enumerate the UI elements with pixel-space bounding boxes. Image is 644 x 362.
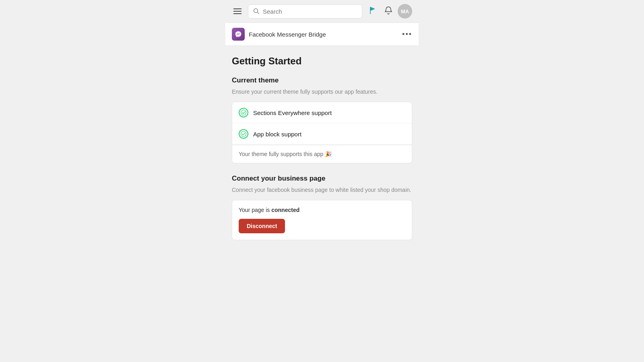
connect-business-section: Connect your business page Connect your … [232,175,412,240]
checkmark-svg-2 [241,131,246,137]
app-header-left: Facebook Messenger Bridge [232,28,326,41]
connected-text: Your page is connected [239,207,405,213]
theme-support-card: Sections Everywhere support App block su… [232,102,412,163]
bell-button[interactable] [382,4,394,19]
theme-support-footer: Your theme fully supports this app 🎉 [232,145,412,163]
topbar: MA [225,0,419,23]
checkmark-svg [241,110,246,115]
connect-business-title: Connect your business page [232,175,412,183]
disconnect-button[interactable]: Disconnect [239,219,285,233]
connected-status: connected [271,207,299,213]
hamburger-line-2 [233,11,242,12]
connected-prefix: Your page is [239,207,271,213]
svg-point-3 [241,110,246,115]
hamburger-button[interactable] [232,7,243,16]
messenger-icon [235,31,242,38]
page-title: Getting Started [232,56,412,67]
svg-point-4 [241,132,246,137]
app-icon [232,28,245,41]
connect-business-desc: Connect your facebook business page to w… [232,186,412,194]
more-options-button[interactable]: ••• [402,30,412,39]
avatar[interactable]: MA [398,4,412,19]
main-container: MA Facebook Messenger Bridge ••• Getting… [225,0,419,362]
page-wrapper: MA Facebook Messenger Bridge ••• Getting… [0,0,644,362]
hamburger-line-3 [233,13,242,14]
search-input[interactable] [263,8,357,15]
search-icon [253,8,260,14]
flag-button[interactable] [367,4,379,19]
app-block-label: App block support [253,131,301,138]
hamburger-line-1 [233,8,242,9]
content-area: Getting Started Current theme Ensure you… [225,46,419,261]
flag-icon [369,6,378,15]
current-theme-desc: Ensure your current theme fully supports… [232,88,412,96]
sections-everywhere-label: Sections Everywhere support [253,109,332,116]
app-header-row: Facebook Messenger Bridge ••• [225,23,419,46]
current-theme-title: Current theme [232,76,412,84]
app-name-label: Facebook Messenger Bridge [249,31,326,38]
sections-everywhere-check-icon [239,108,248,117]
sections-everywhere-item: Sections Everywhere support [232,102,412,123]
search-bar[interactable] [248,4,362,19]
current-theme-section: Current theme Ensure your current theme … [232,76,412,163]
app-block-support-item: App block support [232,123,412,145]
topbar-actions: MA [367,4,412,19]
bell-icon [384,6,393,15]
theme-support-footer-text: Your theme fully supports this app 🎉 [239,151,332,157]
app-block-check-icon [239,129,248,139]
connected-page-card: Your page is connected Disconnect [232,200,412,240]
svg-line-1 [258,12,259,14]
